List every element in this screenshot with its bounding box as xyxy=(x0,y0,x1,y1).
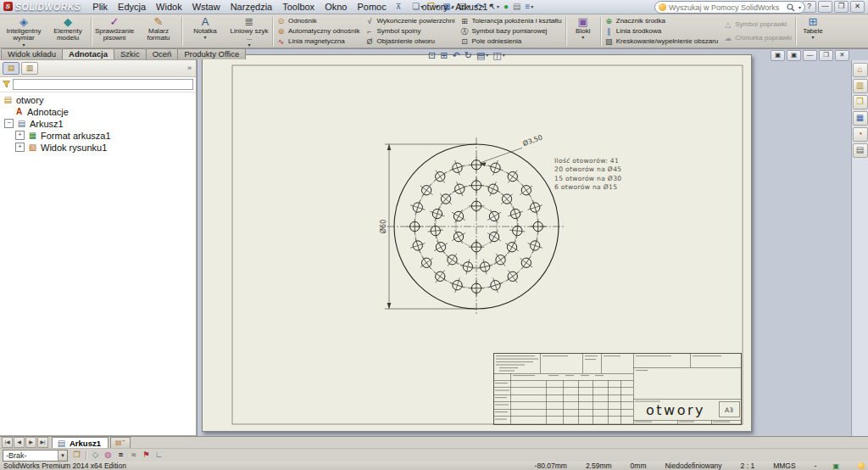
drawing-sheet[interactable]: Ø60Ø3,50Ilość otoworów: 4120 otworów na … xyxy=(202,54,752,432)
sheet-nav-next-icon[interactable]: ▶ xyxy=(25,437,36,448)
appearances-scenes-button[interactable]: ◔ xyxy=(853,127,868,142)
tree-widok-rysunku1[interactable]: +▧Widok rysunku1 xyxy=(0,142,196,154)
solidworks-resources-button[interactable]: ⌂ xyxy=(853,63,868,77)
znacznik-srodka-button[interactable]: ⊕Znacznik środka xyxy=(604,17,719,25)
menu-narzedzia[interactable]: Narzędzia xyxy=(225,1,278,13)
new-document-button[interactable]: ❏▾ xyxy=(410,2,425,12)
doc-window-icon-2[interactable]: ▣ xyxy=(787,50,801,61)
menu-okno[interactable]: Okno xyxy=(320,1,352,13)
design-library-button[interactable]: ▥ xyxy=(853,79,868,93)
line-thickness-button[interactable]: ≡ xyxy=(114,450,127,461)
display-style-caret-icon[interactable]: ▾ xyxy=(503,50,505,60)
search-icon[interactable] xyxy=(787,3,795,12)
tolerancja-polozenia-i-ksztaltu-button[interactable]: ⊞Tolerancja położenia i kształtu xyxy=(459,17,561,25)
tab-produkty-office[interactable]: Produkty Office xyxy=(177,48,246,59)
doc-minimize-button[interactable]: — xyxy=(803,50,817,61)
bloki-button[interactable]: ▣Bloki▾ xyxy=(567,15,599,48)
sheet-nav-last-icon[interactable]: ▶| xyxy=(37,437,48,448)
tab-adnotacja[interactable]: Adnotacja xyxy=(62,48,114,59)
panel-more-chevron-icon[interactable]: » xyxy=(187,64,193,72)
sheet-nav-prev-icon[interactable]: ◀ xyxy=(14,437,25,448)
view-settings-caret-icon[interactable]: ▾ xyxy=(486,50,488,60)
zoom-to-area-button[interactable]: ⊞ xyxy=(440,50,448,60)
view-settings-button[interactable]: ▤▾ xyxy=(476,50,488,60)
options-list-button[interactable]: ≡▾ xyxy=(523,2,535,12)
notatka-button[interactable]: ANotatka▾ xyxy=(183,15,227,48)
elementy-modelu-button[interactable]: ◆Elementy modelu xyxy=(46,15,90,48)
save-document-caret-icon[interactable]: ▾ xyxy=(452,2,454,12)
layer-properties-button[interactable]: ❒ xyxy=(70,450,83,461)
layer-select[interactable]: -Brak- ▼ xyxy=(3,450,68,462)
undo-button[interactable]: ↶▾ xyxy=(472,2,486,12)
tab-ocen[interactable]: Oceń xyxy=(146,48,179,59)
file-explorer-button[interactable]: ❒ xyxy=(853,95,868,109)
print-document-caret-icon[interactable]: ▾ xyxy=(467,2,470,12)
inteligentny-wymiar-caret-icon[interactable]: ▾ xyxy=(22,42,25,48)
feature-tree-tab[interactable]: ▤ xyxy=(3,62,19,75)
display-style-button[interactable]: ◫▾ xyxy=(492,50,504,60)
new-document-caret-icon[interactable]: ▾ xyxy=(420,2,423,12)
rebuild-button[interactable]: ● xyxy=(502,2,510,12)
bloki-caret-icon[interactable]: ▾ xyxy=(581,35,584,40)
restore-button[interactable]: ❐ xyxy=(834,1,849,13)
file-properties-button[interactable]: ▤ xyxy=(511,2,522,12)
pole-odniesienia-button[interactable]: ⊡Pole odniesienia xyxy=(459,37,561,46)
automatyczny-odnosnik-button[interactable]: ⊚Automatyczny odnośnik xyxy=(276,27,360,36)
line-color-button[interactable]: ◇ xyxy=(89,450,102,461)
search-input[interactable] xyxy=(669,3,784,12)
open-document-caret-icon[interactable]: ▾ xyxy=(436,2,438,12)
sheet-tab-arkusz1[interactable]: ▤ Arkusz1 xyxy=(52,437,108,448)
menu-wstaw[interactable]: Wstaw xyxy=(187,1,225,13)
print-document-button[interactable]: ▤▾ xyxy=(457,2,471,12)
tree-filter-input[interactable] xyxy=(13,79,193,90)
property-manager-tab[interactable]: ▥ xyxy=(21,62,38,75)
liniowy-szyk-button[interactable]: ≣Liniowy szyk ...▾ xyxy=(227,15,271,48)
menu-widok[interactable]: Widok xyxy=(151,1,187,13)
tab-szkic[interactable]: Szkic xyxy=(114,48,147,59)
tabele-button[interactable]: ⊞Tabele▾ xyxy=(797,15,829,48)
odnosnik-button[interactable]: ⊙Odnośnik xyxy=(276,17,360,25)
menu-pomoc[interactable]: Pomoc xyxy=(352,1,391,13)
graphics-area[interactable]: ⊡⊞↶↻▤▾◫▾ ▣▣—❐✕ Ø60Ø3,50Ilość otoworów: 4… xyxy=(197,48,868,436)
symbol-spoiny-button[interactable]: ⌐Symbol spoiny xyxy=(365,27,455,36)
tree-widok-rysunku1-expander-icon[interactable]: + xyxy=(15,143,25,152)
tab-widok-ukladu[interactable]: Widok układu xyxy=(1,48,63,59)
assembly-visualization-button[interactable]: ◍ xyxy=(102,450,114,461)
tree-arkusz1[interactable]: −▤Arkusz1 xyxy=(0,118,196,130)
objasnienie-otworu-button[interactable]: ØObjaśnienie otworu xyxy=(365,37,455,46)
select-arrow-caret-icon[interactable]: ▾ xyxy=(497,2,499,12)
menu-edycja[interactable]: Edycja xyxy=(113,1,151,13)
minimize-button[interactable]: — xyxy=(818,1,832,13)
select-arrow-button[interactable]: ↖▾ xyxy=(487,2,501,12)
undo-caret-icon[interactable]: ▾ xyxy=(482,2,485,12)
kreskowanie-wypelnienie-button[interactable]: ▨Kreskowanie/wypełnienie obszaru xyxy=(604,37,719,46)
add-sheet-tab[interactable]: ▤⁺ xyxy=(110,437,131,448)
doc-window-icon-1[interactable]: ▣ xyxy=(771,50,785,61)
save-document-button[interactable]: ▦▾ xyxy=(441,2,455,12)
menu-toolbox[interactable]: Toolbox xyxy=(277,1,320,13)
status-tag-icon[interactable]: ▣ xyxy=(829,462,843,470)
inteligentny-wymiar-button[interactable]: ◈Inteligentny wymiar▾ xyxy=(2,15,46,48)
rotate-view-button[interactable]: ↻ xyxy=(465,50,472,60)
color-display-mode-button[interactable]: ∟ xyxy=(153,450,165,461)
line-style-button[interactable]: ≈ xyxy=(127,450,140,461)
previous-view-button[interactable]: ↶ xyxy=(452,50,459,60)
tree-adnotacje[interactable]: AAdnotacje xyxy=(0,106,196,118)
symbol-bazy-pomiarowej-button[interactable]: ⒶSymbol bazy pomiarowej xyxy=(459,27,561,36)
close-button[interactable]: ✕ xyxy=(850,1,865,13)
tree-root-otwory[interactable]: ▤otwory xyxy=(0,94,196,106)
layer-select-caret-icon[interactable]: ▼ xyxy=(58,450,67,461)
hide-show-annotations-button[interactable]: ⚑ xyxy=(140,450,153,461)
linia-srodkowa-button[interactable]: ∥Linia środkowa xyxy=(604,27,719,36)
notatka-caret-icon[interactable]: ▾ xyxy=(203,35,206,40)
tabele-caret-icon[interactable]: ▾ xyxy=(811,35,814,40)
malarz-formatu-button[interactable]: ✎Malarz formatu xyxy=(136,15,181,48)
doc-restore-button[interactable]: ❐ xyxy=(819,50,833,61)
tree-arkusz1-expander-icon[interactable]: − xyxy=(4,119,14,128)
search-caret-icon[interactable]: ▾ xyxy=(798,4,801,10)
wykonczenie-powierzchni-button[interactable]: √Wykończenie powierzchni xyxy=(365,17,455,25)
options-list-caret-icon[interactable]: ▾ xyxy=(531,2,533,12)
doc-close-button[interactable]: ✕ xyxy=(835,50,849,61)
view-palette-button[interactable]: ▦ xyxy=(853,111,868,126)
quick-tips-icon[interactable] xyxy=(858,462,865,469)
